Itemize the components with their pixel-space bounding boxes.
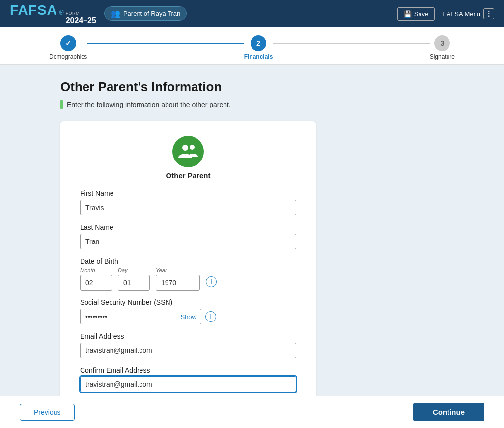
fafsa-brand: FAFSA <box>10 2 57 18</box>
dob-label: Date of Birth <box>80 257 296 265</box>
step-label-financials: Financials <box>244 54 273 60</box>
dob-day-input[interactable] <box>118 275 150 291</box>
dob-year-label: Year <box>156 268 200 273</box>
step-circle-demographics: ✓ <box>60 35 76 51</box>
dob-group: Date of Birth Month Day Year i <box>80 257 296 291</box>
menu-dots-icon: ⋮ <box>483 8 494 19</box>
connector-1-2 <box>87 43 244 44</box>
page-description: Enter the following information about th… <box>60 100 444 109</box>
ssn-info-symbol: i <box>210 313 212 320</box>
confirm-email-label: Confirm Email Address <box>80 366 296 374</box>
fafsa-logo: FAFSA® FORM 2024–25 <box>10 2 96 25</box>
description-text: Enter the following information about th… <box>67 101 231 108</box>
save-button[interactable]: 💾 Save <box>397 7 435 21</box>
last-name-label: Last Name <box>80 223 296 231</box>
first-name-group: First Name <box>80 189 296 215</box>
fafsa-menu-button[interactable]: FAFSA Menu ⋮ <box>443 8 494 19</box>
continue-button[interactable]: Continue <box>413 403 484 421</box>
green-bar-icon <box>60 100 63 109</box>
first-name-input[interactable] <box>80 200 296 215</box>
parent-icon-section: Other Parent <box>80 136 296 180</box>
header: FAFSA® FORM 2024–25 👥 Parent of Raya Tra… <box>0 0 504 27</box>
dob-day-label: Day <box>118 268 150 273</box>
parent-icon-label: Other Parent <box>166 171 211 180</box>
show-ssn-button[interactable]: Show <box>180 313 196 321</box>
step-demographics: ✓ Demographics <box>49 35 87 60</box>
step-financials: 2 Financials <box>244 35 273 60</box>
user-badge: 👥 Parent of Raya Tran <box>104 6 187 21</box>
dob-info-symbol: i <box>211 278 212 285</box>
user-label: Parent of Raya Tran <box>123 10 180 17</box>
dob-month-field: Month <box>80 268 112 291</box>
user-icon: 👥 <box>111 9 120 18</box>
parent-icon-circle <box>172 136 204 167</box>
step-label-demographics: Demographics <box>49 54 87 60</box>
progress-section: ✓ Demographics 2 Financials 3 Signature <box>0 27 504 65</box>
form-label: FORM <box>66 11 96 16</box>
dob-month-label: Month <box>80 268 112 273</box>
parent-group-icon <box>178 143 198 160</box>
dob-year-field: Year <box>156 268 200 291</box>
confirm-email-input[interactable] <box>80 376 296 392</box>
ssn-label: Social Security Number (SSN) <box>80 298 296 306</box>
last-name-group: Last Name <box>80 223 296 249</box>
first-name-label: First Name <box>80 189 296 197</box>
svg-point-0 <box>182 145 188 151</box>
page-title: Other Parent's Information <box>60 80 444 95</box>
previous-button[interactable]: Previous <box>20 404 75 421</box>
save-icon: 💾 <box>404 10 412 18</box>
form-year-text: 2024–25 <box>66 16 96 25</box>
step-circle-signature: 3 <box>434 35 450 51</box>
ssn-wrapper: Show <box>80 309 201 324</box>
fafsa-reg: ® <box>59 9 64 16</box>
form-year-block: FORM 2024–25 <box>66 11 96 25</box>
progress-bar: ✓ Demographics 2 Financials 3 Signature <box>10 35 494 60</box>
form-card: Other Parent First Name Last Name Date o… <box>60 121 316 415</box>
dob-info-icon[interactable]: i <box>206 276 217 287</box>
header-left: FAFSA® FORM 2024–25 👥 Parent of Raya Tra… <box>10 2 187 25</box>
main-content: Other Parent's Information Enter the fol… <box>31 65 473 428</box>
ssn-info-icon[interactable]: i <box>205 311 216 322</box>
ssn-row: Show i <box>80 309 296 324</box>
email-input[interactable] <box>80 343 296 358</box>
fafsa-menu-label: FAFSA Menu <box>443 10 480 18</box>
save-label: Save <box>414 10 429 18</box>
step-label-signature: Signature <box>430 54 455 60</box>
last-name-input[interactable] <box>80 234 296 249</box>
email-label: Email Address <box>80 332 296 340</box>
dob-year-input[interactable] <box>156 275 200 291</box>
dob-day-field: Day <box>118 268 150 291</box>
svg-point-1 <box>190 145 195 150</box>
step-signature: 3 Signature <box>430 35 455 60</box>
ssn-group: Social Security Number (SSN) Show i <box>80 298 296 324</box>
email-group: Email Address <box>80 332 296 358</box>
confirm-email-group: Confirm Email Address <box>80 366 296 392</box>
footer: Previous Continue <box>0 396 504 428</box>
step-circle-financials: 2 <box>251 35 266 51</box>
header-right: 💾 Save FAFSA Menu ⋮ <box>397 7 494 21</box>
dob-row: Month Day Year i <box>80 268 296 291</box>
connector-2-3 <box>273 43 429 44</box>
dob-month-input[interactable] <box>80 275 112 291</box>
